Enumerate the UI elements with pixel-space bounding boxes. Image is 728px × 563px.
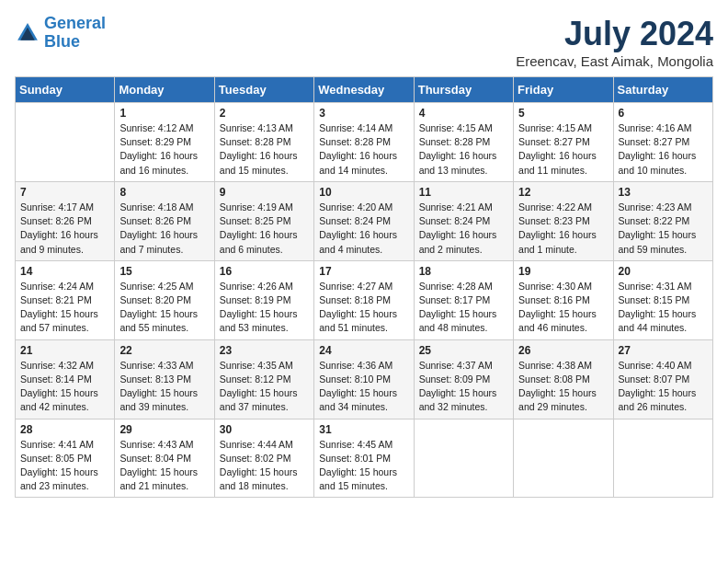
day-number: 17: [319, 265, 408, 278]
day-number: 24: [319, 344, 408, 357]
day-number: 8: [119, 186, 209, 199]
calendar-week-row: 28Sunrise: 4:41 AMSunset: 8:05 PMDayligh…: [16, 419, 713, 498]
weekday-header: Thursday: [414, 77, 513, 103]
calendar-week-row: 14Sunrise: 4:24 AMSunset: 8:21 PMDayligh…: [16, 260, 713, 339]
day-number: 13: [619, 186, 708, 199]
day-number: 30: [220, 423, 309, 436]
weekday-header: Wednesday: [314, 77, 414, 103]
cell-info: Sunrise: 4:35 AMSunset: 8:12 PMDaylight:…: [220, 359, 309, 415]
calendar-cell: 26Sunrise: 4:38 AMSunset: 8:08 PMDayligh…: [514, 339, 613, 419]
calendar-cell: [613, 419, 712, 498]
calendar-cell: 28Sunrise: 4:41 AMSunset: 8:05 PMDayligh…: [16, 419, 115, 498]
day-number: 3: [319, 107, 408, 120]
day-number: 1: [119, 107, 209, 120]
calendar-cell: 19Sunrise: 4:30 AMSunset: 8:16 PMDayligh…: [514, 260, 613, 339]
calendar-cell: 4Sunrise: 4:15 AMSunset: 8:28 PMDaylight…: [414, 103, 513, 182]
calendar-cell: 15Sunrise: 4:25 AMSunset: 8:20 PMDayligh…: [115, 260, 214, 339]
calendar-week-row: 7Sunrise: 4:17 AMSunset: 8:26 PMDaylight…: [16, 181, 713, 260]
cell-info: Sunrise: 4:27 AMSunset: 8:18 PMDaylight:…: [319, 280, 408, 336]
cell-info: Sunrise: 4:38 AMSunset: 8:08 PMDaylight:…: [518, 359, 608, 415]
cell-info: Sunrise: 4:37 AMSunset: 8:09 PMDaylight:…: [419, 359, 508, 415]
day-number: 12: [518, 186, 608, 199]
calendar-cell: 6Sunrise: 4:16 AMSunset: 8:27 PMDaylight…: [613, 103, 712, 182]
day-number: 18: [419, 265, 508, 278]
cell-info: Sunrise: 4:44 AMSunset: 8:02 PMDaylight:…: [220, 438, 309, 494]
cell-info: Sunrise: 4:18 AMSunset: 8:26 PMDaylight:…: [119, 201, 209, 257]
logo-icon: [15, 20, 40, 46]
calendar-cell: 10Sunrise: 4:20 AMSunset: 8:24 PMDayligh…: [314, 181, 414, 260]
calendar-cell: 5Sunrise: 4:15 AMSunset: 8:27 PMDaylight…: [514, 103, 613, 182]
cell-info: Sunrise: 4:41 AMSunset: 8:05 PMDaylight:…: [20, 438, 109, 494]
cell-info: Sunrise: 4:36 AMSunset: 8:10 PMDaylight:…: [319, 359, 408, 415]
cell-info: Sunrise: 4:45 AMSunset: 8:01 PMDaylight:…: [319, 438, 408, 494]
cell-info: Sunrise: 4:12 AMSunset: 8:29 PMDaylight:…: [119, 121, 209, 178]
weekday-header: Friday: [514, 77, 613, 103]
day-number: 9: [220, 186, 309, 199]
cell-info: Sunrise: 4:22 AMSunset: 8:23 PMDaylight:…: [518, 201, 608, 257]
calendar-cell: 17Sunrise: 4:27 AMSunset: 8:18 PMDayligh…: [314, 260, 414, 339]
day-number: 22: [119, 344, 209, 357]
weekday-header: Monday: [115, 77, 214, 103]
day-number: 19: [518, 265, 608, 278]
calendar-cell: 29Sunrise: 4:43 AMSunset: 8:04 PMDayligh…: [115, 419, 214, 498]
day-number: 5: [518, 107, 608, 120]
cell-info: Sunrise: 4:28 AMSunset: 8:17 PMDaylight:…: [419, 280, 508, 336]
calendar-table: SundayMondayTuesdayWednesdayThursdayFrid…: [15, 76, 713, 498]
calendar-cell: 1Sunrise: 4:12 AMSunset: 8:29 PMDaylight…: [115, 103, 214, 182]
calendar-cell: 31Sunrise: 4:45 AMSunset: 8:01 PMDayligh…: [314, 419, 414, 498]
cell-info: Sunrise: 4:20 AMSunset: 8:24 PMDaylight:…: [319, 201, 408, 257]
cell-info: Sunrise: 4:23 AMSunset: 8:22 PMDaylight:…: [619, 201, 708, 257]
cell-info: Sunrise: 4:31 AMSunset: 8:15 PMDaylight:…: [619, 280, 708, 336]
logo-line2: Blue: [44, 32, 80, 51]
day-number: 28: [20, 423, 109, 436]
weekday-header: Tuesday: [214, 77, 313, 103]
day-number: 4: [419, 107, 508, 120]
cell-info: Sunrise: 4:15 AMSunset: 8:27 PMDaylight:…: [518, 121, 608, 178]
logo-line1: General: [44, 14, 106, 32]
cell-info: Sunrise: 4:17 AMSunset: 8:26 PMDaylight:…: [20, 201, 109, 257]
calendar-cell: [514, 419, 613, 498]
day-number: 31: [319, 423, 408, 436]
calendar-cell: 13Sunrise: 4:23 AMSunset: 8:22 PMDayligh…: [613, 181, 712, 260]
calendar-cell: 2Sunrise: 4:13 AMSunset: 8:28 PMDaylight…: [214, 103, 313, 182]
cell-info: Sunrise: 4:33 AMSunset: 8:13 PMDaylight:…: [119, 359, 209, 415]
day-number: 29: [119, 423, 209, 436]
day-number: 10: [319, 186, 408, 199]
weekday-header: Saturday: [613, 77, 712, 103]
day-number: 27: [619, 344, 708, 357]
calendar-cell: 30Sunrise: 4:44 AMSunset: 8:02 PMDayligh…: [214, 419, 313, 498]
calendar-cell: 20Sunrise: 4:31 AMSunset: 8:15 PMDayligh…: [613, 260, 712, 339]
month-year: July 2024: [516, 15, 713, 53]
cell-info: Sunrise: 4:43 AMSunset: 8:04 PMDaylight:…: [119, 438, 209, 494]
calendar-cell: 3Sunrise: 4:14 AMSunset: 8:28 PMDaylight…: [314, 103, 414, 182]
calendar-cell: 21Sunrise: 4:32 AMSunset: 8:14 PMDayligh…: [16, 339, 115, 419]
calendar-cell: 12Sunrise: 4:22 AMSunset: 8:23 PMDayligh…: [514, 181, 613, 260]
page-header: General Blue July 2024 Ereencav, East Ai…: [15, 15, 713, 69]
calendar-cell: 8Sunrise: 4:18 AMSunset: 8:26 PMDaylight…: [115, 181, 214, 260]
calendar-week-row: 1Sunrise: 4:12 AMSunset: 8:29 PMDaylight…: [16, 103, 713, 182]
cell-info: Sunrise: 4:30 AMSunset: 8:16 PMDaylight:…: [518, 280, 608, 336]
weekday-header-row: SundayMondayTuesdayWednesdayThursdayFrid…: [16, 77, 713, 103]
day-number: 14: [20, 265, 109, 278]
cell-info: Sunrise: 4:19 AMSunset: 8:25 PMDaylight:…: [220, 201, 309, 257]
day-number: 15: [119, 265, 209, 278]
logo-text: General Blue: [44, 15, 106, 52]
cell-info: Sunrise: 4:32 AMSunset: 8:14 PMDaylight:…: [20, 359, 109, 415]
calendar-cell: 22Sunrise: 4:33 AMSunset: 8:13 PMDayligh…: [115, 339, 214, 419]
day-number: 21: [20, 344, 109, 357]
calendar-cell: 14Sunrise: 4:24 AMSunset: 8:21 PMDayligh…: [16, 260, 115, 339]
calendar-cell: 9Sunrise: 4:19 AMSunset: 8:25 PMDaylight…: [214, 181, 313, 260]
day-number: 11: [419, 186, 508, 199]
cell-info: Sunrise: 4:40 AMSunset: 8:07 PMDaylight:…: [619, 359, 708, 415]
logo: General Blue: [15, 15, 106, 52]
cell-info: Sunrise: 4:24 AMSunset: 8:21 PMDaylight:…: [20, 280, 109, 336]
calendar-week-row: 21Sunrise: 4:32 AMSunset: 8:14 PMDayligh…: [16, 339, 713, 419]
day-number: 2: [220, 107, 309, 120]
cell-info: Sunrise: 4:26 AMSunset: 8:19 PMDaylight:…: [220, 280, 309, 336]
cell-info: Sunrise: 4:16 AMSunset: 8:27 PMDaylight:…: [619, 121, 708, 178]
day-number: 7: [20, 186, 109, 199]
location: Ereencav, East Aimak, Mongolia: [516, 53, 713, 69]
cell-info: Sunrise: 4:15 AMSunset: 8:28 PMDaylight:…: [419, 121, 508, 178]
calendar-cell: 23Sunrise: 4:35 AMSunset: 8:12 PMDayligh…: [214, 339, 313, 419]
day-number: 16: [220, 265, 309, 278]
